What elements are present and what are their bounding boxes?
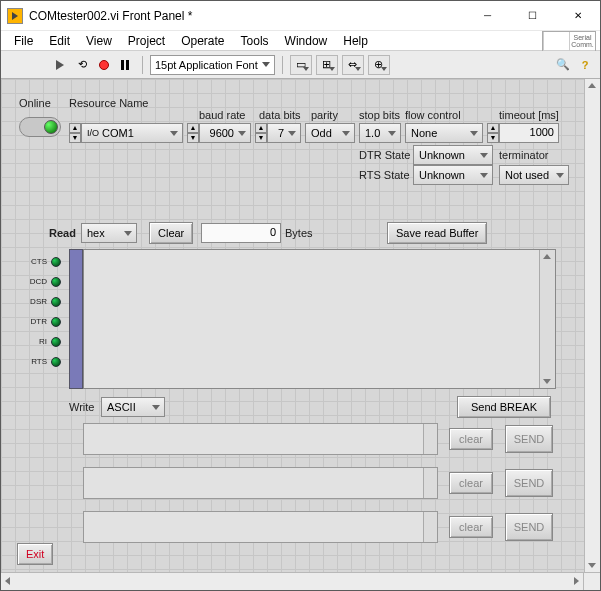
clear-write-3[interactable]: clear — [449, 516, 493, 538]
toolbar: ⟲ 15pt Application Font ▭ ⊞ ⇔ ⊕ 🔍 ? — [1, 51, 600, 79]
read-buffer[interactable] — [83, 249, 556, 389]
rts-dropdown[interactable]: Unknown — [413, 165, 493, 185]
distribute-button[interactable]: ⊞ — [316, 55, 338, 75]
databits-spinner[interactable]: ▲▼ — [255, 123, 267, 143]
parity-dropdown[interactable]: Odd — [305, 123, 355, 143]
menu-bar: File Edit View Project Operate Tools Win… — [1, 31, 600, 51]
front-panel-grid: Online Resource Name baud rate data bits… — [1, 79, 600, 572]
led-label-ri: RI — [27, 337, 47, 346]
send-1[interactable]: SEND — [505, 425, 553, 453]
help-icon[interactable]: ? — [576, 56, 594, 74]
online-switch[interactable] — [19, 117, 61, 137]
clear-write-2[interactable]: clear — [449, 472, 493, 494]
menu-help[interactable]: Help — [336, 33, 375, 49]
horizontal-scrollbar[interactable] — [1, 573, 584, 590]
write-scroll-3[interactable] — [423, 512, 437, 542]
online-label: Online — [19, 97, 51, 109]
menu-file[interactable]: File — [7, 33, 40, 49]
databits-label: data bits — [259, 109, 301, 121]
menu-edit[interactable]: Edit — [42, 33, 77, 49]
workspace[interactable]: Online Resource Name baud rate data bits… — [1, 79, 600, 572]
baud-dropdown[interactable]: 9600 — [199, 123, 251, 143]
rts-label: RTS State — [359, 169, 410, 181]
led-label-dsr: DSR — [27, 297, 47, 306]
write-label: Write — [69, 401, 94, 413]
pause-button[interactable] — [117, 56, 135, 74]
write-scroll-1[interactable] — [423, 424, 437, 454]
status-bar — [1, 572, 600, 590]
bytes-field: 0 — [201, 223, 281, 243]
resource-label: Resource Name — [69, 97, 148, 109]
read-tab[interactable] — [69, 249, 83, 389]
reorder-button[interactable]: ⊕ — [368, 55, 390, 75]
led-cts — [51, 257, 61, 267]
baud-label: baud rate — [199, 109, 245, 121]
dtr-dropdown[interactable]: Unknown — [413, 145, 493, 165]
stopbits-label: stop bits — [359, 109, 400, 121]
dtr-label: DTR State — [359, 149, 410, 161]
led-rts — [51, 357, 61, 367]
search-icon[interactable]: 🔍 — [554, 56, 572, 74]
write-scroll-2[interactable] — [423, 468, 437, 498]
timeout-label: timeout [ms] — [499, 109, 559, 121]
menu-operate[interactable]: Operate — [174, 33, 231, 49]
read-label: Read — [49, 227, 76, 239]
window-title: COMtester002.vi Front Panel * — [29, 9, 465, 23]
font-selector[interactable]: 15pt Application Font — [150, 55, 275, 75]
bytes-label: Bytes — [285, 227, 313, 239]
abort-button[interactable] — [95, 56, 113, 74]
run-button[interactable] — [51, 56, 69, 74]
baud-spinner[interactable]: ▲▼ — [187, 123, 199, 143]
terminator-label: terminator — [499, 149, 549, 161]
led-ri — [51, 337, 61, 347]
stopbits-dropdown[interactable]: 1.0 — [359, 123, 401, 143]
clear-read-button[interactable]: Clear — [149, 222, 193, 244]
write-buffer-1[interactable] — [83, 423, 438, 455]
led-label-dcd: DCD — [27, 277, 47, 286]
clear-write-1[interactable]: clear — [449, 428, 493, 450]
vertical-scrollbar[interactable] — [584, 79, 600, 572]
resource-dropdown[interactable]: I/OCOM1 — [81, 123, 183, 143]
resource-spinner[interactable]: ▲▼ — [69, 123, 81, 143]
read-scrollbar[interactable] — [539, 250, 555, 388]
led-label-rts: RTS — [27, 357, 47, 366]
parity-label: parity — [311, 109, 338, 121]
read-format-dropdown[interactable]: hex — [81, 223, 137, 243]
exit-button[interactable]: Exit — [17, 543, 53, 565]
app-icon — [7, 8, 23, 24]
title-bar: COMtester002.vi Front Panel * ─ ☐ ✕ — [1, 1, 600, 31]
close-button[interactable]: ✕ — [555, 1, 600, 30]
led-dsr — [51, 297, 61, 307]
databits-dropdown[interactable]: 7 — [267, 123, 301, 143]
align-button[interactable]: ▭ — [290, 55, 312, 75]
menu-project[interactable]: Project — [121, 33, 172, 49]
run-continuous-button[interactable]: ⟲ — [73, 56, 91, 74]
led-dcd — [51, 277, 61, 287]
timeout-field[interactable]: 1000 — [499, 123, 559, 143]
save-buffer-button[interactable]: Save read Buffer — [387, 222, 487, 244]
terminator-dropdown[interactable]: Not used — [499, 165, 569, 185]
menu-view[interactable]: View — [79, 33, 119, 49]
send-break-button[interactable]: Send BREAK — [457, 396, 551, 418]
timeout-spinner[interactable]: ▲▼ — [487, 123, 499, 143]
led-label-dtr: DTR — [27, 317, 47, 326]
write-buffer-2[interactable] — [83, 467, 438, 499]
menu-tools[interactable]: Tools — [234, 33, 276, 49]
send-3[interactable]: SEND — [505, 513, 553, 541]
maximize-button[interactable]: ☐ — [510, 1, 555, 30]
minimize-button[interactable]: ─ — [465, 1, 510, 30]
send-2[interactable]: SEND — [505, 469, 553, 497]
led-dtr — [51, 317, 61, 327]
write-buffer-3[interactable] — [83, 511, 438, 543]
led-label-cts: CTS — [27, 257, 47, 266]
resize-button[interactable]: ⇔ — [342, 55, 364, 75]
flow-dropdown[interactable]: None — [405, 123, 483, 143]
write-format-dropdown[interactable]: ASCII — [101, 397, 165, 417]
menu-window[interactable]: Window — [278, 33, 335, 49]
resize-grip[interactable] — [584, 573, 600, 590]
flow-label: flow control — [405, 109, 461, 121]
